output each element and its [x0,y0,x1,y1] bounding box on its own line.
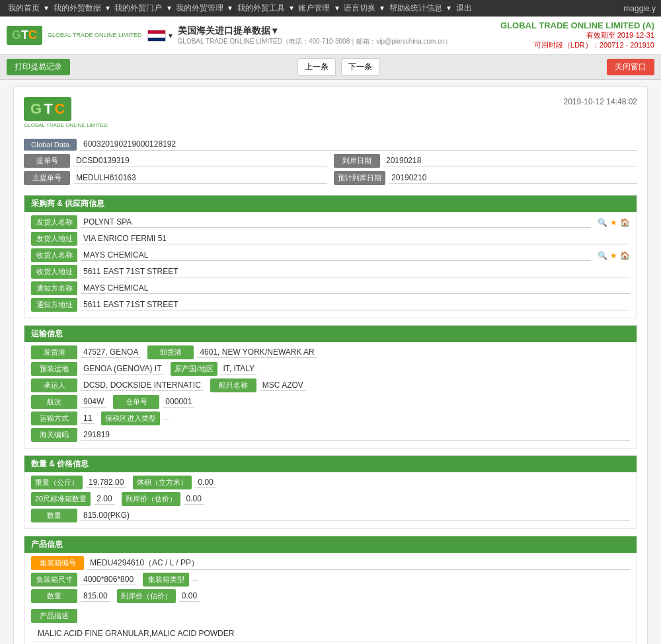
global-data-value: 600320190219000128192 [80,138,637,151]
unit-price-row: 到岸价（估价） 0.00 [122,492,204,506]
unit-price-value: 0.00 [184,493,204,505]
loading-row: 预装运地 GENOA (GENOVA) IT 原产国/地区 IT, ITALY [31,362,630,378]
nav-language[interactable]: 语言切换 [344,3,375,13]
master-bill-value: MEDULH610163 [73,172,327,184]
consignee-addr-value: 5611 EAST 71ST STREET [81,266,630,277]
qty-label: 数量 [31,509,77,522]
top-toolbar: 打印提易记录 上一条 下一条 关闭窗口 [0,55,661,80]
user-info: maggie.y [623,4,656,13]
arrival-date-row: 到岸日期 20190218 [334,154,637,168]
bill-label: 提单号 [24,154,70,168]
qty-value: 815.00(PKG) [81,510,630,521]
container-size-row: 集装箱尺寸 4000*806*800 [31,573,136,587]
loading-place-value: GENOA (GENOVA) IT [81,363,164,375]
transport-row: 运输方式 11 保税区进入类型 [31,411,630,428]
desc-header-label: 产品描述 [31,609,77,623]
origin-country-value: IT, ITALY [221,363,258,375]
bill-row: 提单号 DCSD0139319 [24,154,327,168]
shipper-section: 采购商 & 供应商信息 发货人名称 POLYNT SPA 🔍 ★ 🏠 发货人地址… [24,195,637,318]
prod-qty-row: 数量 815.00 [31,589,110,603]
origin-port-row: 发货港 47527, GENOA [31,345,141,359]
nav-trade-tools[interactable]: 我的外贸工具 [237,3,285,13]
shipper-body: 发货人名称 POLYNT SPA 🔍 ★ 🏠 发货人地址 VIA ENRICO … [24,212,637,318]
nav-trade-portal[interactable]: 我的外贸门户 [114,3,162,13]
bonded-value [163,417,169,419]
doc-header: GTC GLOBAL TRADE ONLINE LIMITED 2019-10-… [24,97,637,128]
customs-label: 海关编码 [31,428,77,442]
shipper-name-row: 发货人名称 POLYNT SPA 🔍 ★ 🏠 [31,215,630,229]
prev-button[interactable]: 上一条 [297,58,336,76]
global-data-row: Global Data 600320190219000128192 [24,138,637,151]
consignee-home-icon[interactable]: 🏠 [620,251,630,260]
close-button[interactable]: 关闭窗口 [607,59,654,75]
container-type-label: 集装箱类型 [143,573,189,587]
est-arrival-row: 预计到库日期 20190210 [334,171,637,185]
nav-logout[interactable]: 退出 [456,3,472,13]
voyage-label: 航次 [31,395,77,409]
top-navigation: 我的首页 ▾ 我的外贸数据 ▾ 我的外贸门户 ▾ 我的外贸管理 ▾ 我的外贸工具… [0,0,661,17]
consignee-name-label: 收货人名称 [31,248,77,262]
nav-home[interactable]: 我的首页 [8,3,40,13]
consignee-star-icon[interactable]: ★ [610,251,617,260]
arrival-date-label: 到岸日期 [334,154,380,168]
doc-timestamp: 2019-10-12 14:48:02 [564,97,637,106]
carrier-value: DCSD, DOCKSIDE INTERNATIC [81,380,204,391]
next-button[interactable]: 下一条 [341,58,379,76]
dest-port-row: 卸货港 4601, NEW YORK/NEWARK AR [147,345,317,359]
valid-until: 有效期至 2019-12-31 [500,30,654,40]
consignee-addr-row: 收货人地址 5611 EAST 71ST STREET [31,265,630,279]
vessel-label: 船只名称 [210,378,256,392]
bonded-row: 保税区进入类型 [101,411,169,425]
doc-logo-box: GTC [24,97,71,121]
notify-addr-label: 通知方地址 [31,298,77,312]
consignee-name-row: 收货人名称 MAYS CHEMICAL 🔍 ★ 🏠 [31,248,630,262]
transport-label: 运输方式 [31,411,77,425]
container20-value: 2.00 [94,493,114,505]
container-id-label: 集装箱编号 [31,556,84,570]
notify-addr-row: 通知方地址 5611 EAST 71ST STREET [31,298,630,312]
est-arrival-value: 20190210 [389,172,637,184]
master-bill-label: 主提单号 [24,171,70,185]
unit-price-label: 到岸价（估价） [122,492,180,506]
shipper-name-value: POLYNT SPA [81,217,591,228]
container-no-label: 仓单号 [113,395,159,409]
us-flag [147,30,166,42]
print-button[interactable]: 打印提易记录 [7,59,70,75]
carrier-row: 承运人 DCSD, DOCKSIDE INTERNATIC 船只名称 MSC A… [31,378,630,395]
page-title: 美国海关进口提单数据 ▾ [178,25,451,37]
nav-account[interactable]: 账户管理 [298,3,330,13]
container20-label: 20尺标准箱数量 [31,492,91,506]
weight-volume-row: 重量（公斤） 19,782.00 体积（立方米） 0.00 [31,476,630,492]
container-id-row: 集装箱编号 MEDU4294610（AC / L / PP） [31,556,630,570]
search-icon[interactable]: 🔍 [598,218,607,227]
voyage-field: 航次 904W [31,395,106,409]
nav-trade-data[interactable]: 我的外贸数据 [54,3,101,13]
container-price-row: 20尺标准箱数量 2.00 到岸价（估价） 0.00 [31,492,630,509]
page-subtitle: GLOBAL TRADE ONLINE LIMITED（电话：400-710-3… [178,37,451,46]
consignee-search-icon[interactable]: 🔍 [598,251,607,260]
shipper-addr-label: 发货人地址 [31,232,77,246]
weight-value: 19,782.00 [86,477,126,488]
site-logo: GTC [7,26,42,45]
shipping-body: 发货港 47527, GENOA 卸货港 4601, NEW YORK/NEWA… [24,342,637,448]
notify-addr-value: 5611 EAST 71ST STREET [81,299,630,310]
origin-port-value: 47527, GENOA [81,347,141,358]
star-icon[interactable]: ★ [610,218,617,227]
qty-row: 数量 815.00(PKG) [31,509,630,522]
customs-value: 291819 [81,429,630,441]
nav-trade-mgmt[interactable]: 我的外贸管理 [176,3,223,13]
logo-subtitle: GLOBAL TRADE ONLINE LIMITED [48,32,142,39]
port-row: 发货港 47527, GENOA 卸货港 4601, NEW YORK/NEWA… [31,345,630,362]
flag-selector[interactable]: ▾ [147,30,173,42]
product-body: 集装箱编号 MEDU4294610（AC / L / PP） 集装箱尺寸 400… [24,553,637,644]
volume-row: 体积（立方米） 0.00 [133,476,215,489]
voyage-row: 航次 904W 仓单号 000001 [31,395,630,411]
product-section-header: 产品信息 [24,536,637,553]
home-icon[interactable]: 🏠 [620,218,630,227]
dest-port-label: 卸货港 [147,345,194,359]
nav-help[interactable]: 帮助&统计信息 [389,3,442,13]
master-bill-fields: 主提单号 MEDULH610163 预计到库日期 20190210 [24,171,637,188]
loading-place-row: 预装运地 GENOA (GENOVA) IT [31,362,164,376]
loading-place-label: 预装运地 [31,362,77,376]
shipping-section: 运输信息 发货港 47527, GENOA 卸货港 4601, NEW YORK… [24,325,637,448]
